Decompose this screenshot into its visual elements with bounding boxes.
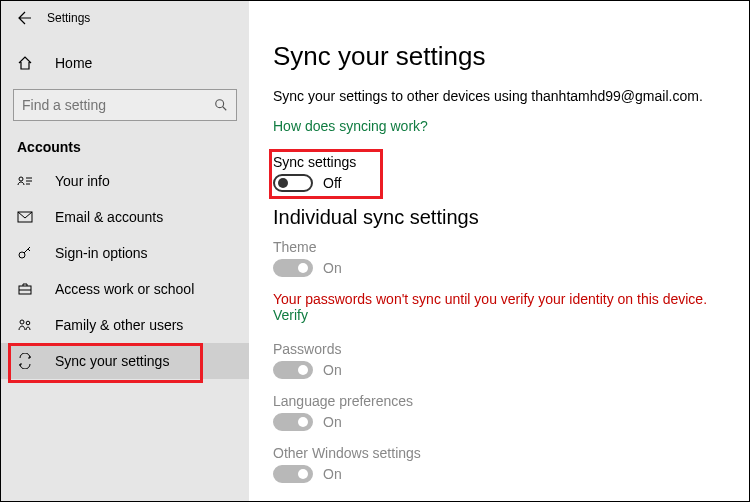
passwords-state: On	[323, 362, 342, 378]
sidebar-item-sync[interactable]: Sync your settings	[1, 343, 249, 379]
verify-link[interactable]: Verify	[273, 307, 308, 323]
theme-label: Theme	[273, 239, 725, 255]
nav-home-label: Home	[55, 55, 92, 71]
home-icon	[17, 55, 37, 71]
lang-toggle	[273, 413, 313, 431]
search-box[interactable]	[13, 89, 237, 121]
sidebar-item-email[interactable]: Email & accounts	[1, 199, 249, 235]
sidebar: Settings Home Accounts Your info Email &…	[1, 1, 249, 501]
svg-point-13	[20, 320, 24, 324]
passwords-toggle	[273, 361, 313, 379]
individual-heading: Individual sync settings	[273, 206, 725, 229]
sidebar-section: Accounts	[1, 121, 249, 163]
how-syncing-link[interactable]: How does syncing work?	[273, 118, 428, 134]
search-icon	[214, 98, 228, 112]
other-toggle	[273, 465, 313, 483]
person-card-icon	[17, 173, 37, 189]
passwords-label: Passwords	[273, 341, 725, 357]
sidebar-item-family[interactable]: Family & other users	[1, 307, 249, 343]
theme-state: On	[323, 260, 342, 276]
search-input[interactable]	[22, 97, 214, 113]
sidebar-item-work[interactable]: Access work or school	[1, 271, 249, 307]
svg-line-5	[223, 107, 227, 111]
svg-point-14	[26, 321, 30, 325]
sidebar-item-signin[interactable]: Sign-in options	[1, 235, 249, 271]
sync-settings-state: Off	[323, 175, 341, 191]
sidebar-item-label: Your info	[55, 173, 110, 189]
page-heading: Sync your settings	[273, 41, 725, 72]
people-icon	[17, 317, 37, 333]
sidebar-item-label: Sync your settings	[55, 353, 169, 369]
mail-icon	[17, 209, 37, 225]
briefcase-icon	[17, 281, 37, 297]
sync-icon	[17, 353, 37, 369]
back-button[interactable]	[11, 6, 35, 30]
window-title: Settings	[47, 11, 90, 25]
sidebar-item-label: Access work or school	[55, 281, 194, 297]
sidebar-item-label: Email & accounts	[55, 209, 163, 225]
sidebar-item-your-info[interactable]: Your info	[1, 163, 249, 199]
other-state: On	[323, 466, 342, 482]
theme-toggle	[273, 259, 313, 277]
sync-description: Sync your settings to other devices usin…	[273, 88, 725, 104]
sync-settings-label: Sync settings	[273, 154, 725, 170]
sidebar-item-label: Family & other users	[55, 317, 183, 333]
lang-label: Language preferences	[273, 393, 725, 409]
key-icon	[17, 245, 37, 261]
main-content: Sync your settings Sync your settings to…	[249, 1, 749, 501]
sidebar-item-label: Sign-in options	[55, 245, 148, 261]
sync-settings-toggle[interactable]	[273, 174, 313, 192]
svg-point-4	[216, 100, 224, 108]
other-label: Other Windows settings	[273, 445, 725, 461]
svg-point-6	[19, 177, 23, 181]
lang-state: On	[323, 414, 342, 430]
nav-home[interactable]: Home	[1, 45, 249, 81]
password-warning: Your passwords won't sync until you veri…	[273, 291, 725, 307]
